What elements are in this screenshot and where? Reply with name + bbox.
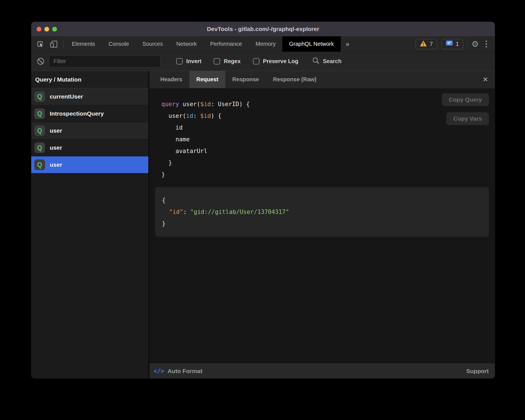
preserve-log-checkbox-box[interactable] <box>253 58 259 65</box>
query-list-sidebar: Query / Mutation Q currentUser Q Introsp… <box>31 71 149 378</box>
search-label: Search <box>323 58 342 65</box>
detail-tab-strip: Headers Request Response Response (Raw) … <box>149 71 495 88</box>
window-title: DevTools - gitlab.com/-/graphql-explorer <box>31 26 495 32</box>
tab-sources[interactable]: Sources <box>136 36 170 52</box>
tab-graphql-network[interactable]: GraphQL Network <box>282 36 340 52</box>
request-content: query user($id: UserID) { user(id: $id) … <box>149 88 495 364</box>
filter-bar: Invert Regex Preserve Log Search <box>31 52 495 71</box>
invert-label: Invert <box>186 58 201 65</box>
panel-footer: </> Auto Format Support <box>149 364 495 378</box>
filter-input[interactable] <box>49 55 161 68</box>
issues-badge[interactable]: 1 <box>441 39 463 49</box>
preserve-log-checkbox[interactable]: Preserve Log <box>253 58 299 65</box>
invert-checkbox-box[interactable] <box>176 58 183 65</box>
query-list-item[interactable]: Q currentUser <box>31 88 148 105</box>
warnings-badge[interactable]: 7 <box>415 39 437 49</box>
more-tabs-icon[interactable]: » <box>341 36 354 52</box>
devtools-tab-strip: Elements Console Sources Network Perform… <box>65 36 341 52</box>
tab-performance[interactable]: Performance <box>204 36 249 52</box>
tab-response[interactable]: Response <box>225 71 266 88</box>
query-name: user <box>50 161 62 168</box>
query-list-item[interactable]: Q IntrospectionQuery <box>31 105 148 122</box>
query-list-header: Query / Mutation <box>31 71 148 88</box>
query-name: IntrospectionQuery <box>50 110 104 117</box>
auto-format-button[interactable]: Auto Format <box>168 368 202 374</box>
regex-label: Regex <box>224 58 240 65</box>
copy-vars-button[interactable]: Copy Vars <box>446 112 489 125</box>
tab-headers[interactable]: Headers <box>153 71 189 88</box>
search-control[interactable]: Search <box>312 57 342 66</box>
device-toolbar-icon[interactable] <box>50 40 58 48</box>
query-variables-box: { "id": "gid://gitlab/User/13704317"} <box>155 187 489 237</box>
toolbar-right-divider <box>467 40 467 49</box>
tab-network[interactable]: Network <box>170 36 203 52</box>
preserve-log-label: Preserve Log <box>263 58 299 65</box>
regex-checkbox[interactable]: Regex <box>214 58 240 65</box>
toolbar-divider <box>63 40 63 49</box>
detail-panel: Headers Request Response Response (Raw) … <box>149 71 495 378</box>
copy-query-button[interactable]: Copy Query <box>442 93 489 106</box>
more-options-icon[interactable] <box>483 40 490 47</box>
settings-gear-icon[interactable]: ⚙ <box>471 40 479 48</box>
query-list-item[interactable]: Q user <box>31 139 148 156</box>
close-panel-icon[interactable]: ✕ <box>476 71 495 88</box>
tab-elements[interactable]: Elements <box>65 36 102 52</box>
query-name: currentUser <box>50 93 83 100</box>
query-type-icon: Q <box>34 108 45 119</box>
query-list-item-selected[interactable]: Q user <box>31 156 148 173</box>
message-icon <box>446 40 453 48</box>
search-icon <box>312 57 319 66</box>
support-link[interactable]: Support <box>466 368 489 374</box>
devtools-toolbar: Elements Console Sources Network Perform… <box>31 36 495 52</box>
devtools-window: DevTools - gitlab.com/-/graphql-explorer… <box>31 22 495 378</box>
issues-count: 1 <box>456 41 459 47</box>
query-type-icon: Q <box>34 159 45 170</box>
warnings-count: 7 <box>430 41 433 47</box>
query-name: user <box>50 144 62 151</box>
clear-filter-icon[interactable] <box>37 58 44 65</box>
tab-request[interactable]: Request <box>189 71 225 88</box>
tab-console[interactable]: Console <box>102 36 135 52</box>
query-type-icon: Q <box>34 125 45 136</box>
regex-checkbox-box[interactable] <box>214 58 220 65</box>
query-type-icon: Q <box>34 142 45 153</box>
tab-memory[interactable]: Memory <box>249 36 282 52</box>
query-name: user <box>50 127 62 134</box>
query-type-icon: Q <box>34 91 45 102</box>
auto-format-icon: </> <box>154 368 164 374</box>
tab-response-raw[interactable]: Response (Raw) <box>266 71 323 88</box>
invert-checkbox[interactable]: Invert <box>176 58 201 65</box>
query-list-item[interactable]: Q user <box>31 122 148 139</box>
title-bar: DevTools - gitlab.com/-/graphql-explorer <box>31 22 495 36</box>
inspect-element-icon[interactable] <box>36 40 44 48</box>
warning-icon <box>420 40 427 48</box>
